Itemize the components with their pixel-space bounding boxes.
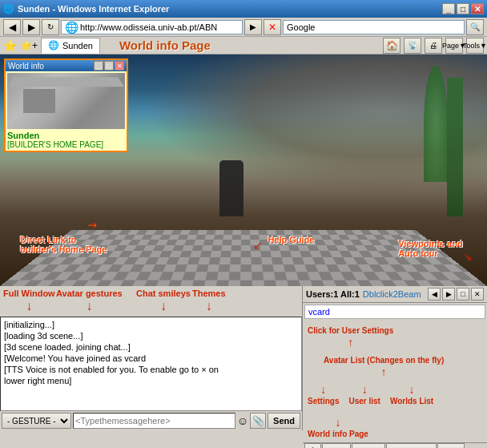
chat-line-1: [initializing...] bbox=[4, 319, 298, 330]
refresh-button[interactable]: ↻ bbox=[42, 19, 59, 35]
rooms-tab[interactable]: Rooms bbox=[352, 443, 385, 448]
users-tab[interactable]: Users bbox=[322, 443, 351, 448]
page-icon: 🌐 bbox=[65, 21, 78, 34]
world-info-page-annotation-right: ↓ World info Page bbox=[308, 416, 368, 439]
world-viewport[interactable]: World info _ □ ✕ Sunden [BUILDER'S HOME … bbox=[0, 54, 487, 286]
chat-line-2: [loading 3d scene...] bbox=[4, 330, 298, 341]
user-list-annotation: ↓ User list bbox=[348, 383, 380, 406]
vcard-link[interactable]: vcard bbox=[304, 305, 485, 319]
tab-label: Sunden bbox=[62, 41, 93, 50]
chat-panel: Full Window ↓ Avatar gestures ↓ Chat smi… bbox=[0, 286, 303, 430]
title-bar: 🌐 Sunden - Windows Internet Explorer _ □… bbox=[0, 0, 487, 18]
right-panel: Users:1 All:1 Dblclick2Beam ◀ ▶ □ ✕ vcar… bbox=[303, 286, 487, 430]
favorites-icon[interactable]: ⭐ bbox=[3, 39, 17, 52]
prev-user-button[interactable]: ◀ bbox=[428, 288, 441, 301]
world-info-page-annotation: World info Page bbox=[119, 38, 211, 52]
avatar-list-annotation: Avatar List (Changes on the fly) ↑ bbox=[324, 355, 444, 378]
smiley-icon[interactable]: ☺ bbox=[237, 414, 248, 427]
world-info-title: World info bbox=[8, 62, 44, 71]
user-options-button[interactable]: □ bbox=[457, 288, 469, 301]
gesture-select[interactable]: - GESTURE - bbox=[2, 413, 71, 429]
world-info-restore[interactable]: □ bbox=[104, 61, 114, 71]
search-bar[interactable]: Google bbox=[283, 20, 465, 34]
go-button[interactable]: ▶ bbox=[244, 19, 262, 35]
world-name: Sunden bbox=[7, 131, 125, 140]
username-link[interactable]: Dblclick2Beam bbox=[363, 289, 421, 299]
chat-line-4: [Welcome! You have joined as vcard bbox=[4, 353, 298, 364]
world-thumbnail bbox=[7, 73, 125, 129]
world-builder[interactable]: [BUILDER'S HOME PAGE] bbox=[7, 140, 125, 149]
world-info-titlebar: World info _ □ ✕ bbox=[6, 60, 127, 71]
chat-line-6: lower right menu] bbox=[4, 375, 298, 386]
nav-bottom-bar: ⚙ Users Rooms VRMLWorld Login | bbox=[303, 442, 487, 448]
tools-button[interactable]: Tools▼ bbox=[466, 38, 484, 54]
chat-input[interactable] bbox=[73, 413, 235, 429]
right-content: Click for User Settings ↑ Avatar List (C… bbox=[303, 321, 487, 442]
send-button[interactable]: Send bbox=[268, 413, 300, 429]
stop-button[interactable]: ✕ bbox=[264, 19, 281, 35]
world-info-minimize[interactable]: _ bbox=[94, 61, 103, 71]
login-tab[interactable]: Login bbox=[437, 443, 465, 448]
chat-log: [initializing...] [loading 3d scene...] … bbox=[0, 317, 302, 411]
search-button[interactable]: 🔍 bbox=[466, 19, 484, 35]
settings-tab[interactable]: ⚙ bbox=[304, 443, 321, 448]
address-bar[interactable]: 🌐 http://www.odisseia.univ-ab.pt/ABN bbox=[61, 20, 243, 34]
forward-button[interactable]: ▶ bbox=[22, 19, 40, 35]
chat-line-3: [3d scene loaded. joining chat...] bbox=[4, 341, 298, 353]
emoji-button[interactable]: 📎 bbox=[250, 413, 266, 429]
users-count: Users:1 All:1 bbox=[306, 289, 360, 299]
close-button[interactable]: ✕ bbox=[471, 3, 484, 14]
maximize-button[interactable]: □ bbox=[457, 3, 469, 14]
browser-icon: 🌐 bbox=[3, 4, 14, 14]
chat-smileys-annotation: Chat smileys ↓ bbox=[136, 288, 191, 313]
users-bar: Users:1 All:1 Dblclick2Beam ◀ ▶ □ ✕ bbox=[303, 286, 487, 303]
feeds-button[interactable]: 📡 bbox=[404, 38, 421, 54]
world-info-close[interactable]: ✕ bbox=[115, 61, 124, 71]
avatar-gestures-annotation: Avatar gestures ↓ bbox=[56, 288, 123, 313]
vrmlworld-tab[interactable]: VRMLWorld bbox=[386, 443, 437, 448]
tab-icon: 🌐 bbox=[48, 40, 59, 50]
window-title: Sunden - Windows Internet Explorer bbox=[18, 4, 169, 14]
address-text: http://www.odisseia.univ-ab.pt/ABN bbox=[80, 22, 217, 32]
favorites-toolbar: ⭐ ⭐+ 🌐 Sunden World info Page 🏠 📡 🖨 Page… bbox=[0, 37, 487, 54]
bottom-area: Full Window ↓ Avatar gestures ↓ Chat smi… bbox=[0, 286, 487, 430]
back-button[interactable]: ◀ bbox=[3, 19, 21, 35]
world-info-panel: World info _ □ ✕ Sunden [BUILDER'S HOME … bbox=[4, 59, 128, 152]
chat-line-5: [TTS Voice is not enabled for you. To en… bbox=[4, 364, 298, 375]
chat-input-row: - GESTURE - ☺ 📎 Send bbox=[0, 411, 302, 430]
sunden-tab[interactable]: 🌐 Sunden bbox=[41, 38, 100, 54]
add-favorites-icon[interactable]: ⭐+ bbox=[20, 40, 38, 51]
print-button[interactable]: 🖨 bbox=[425, 38, 442, 54]
search-text: Google bbox=[287, 22, 315, 32]
click-settings-annotation: Click for User Settings ↑ bbox=[308, 325, 393, 349]
themes-annotation: Themes ↓ bbox=[192, 288, 226, 313]
settings-annotation: ↓ Settings bbox=[308, 383, 339, 406]
page-button[interactable]: Page▼ bbox=[445, 38, 463, 54]
full-window-annotation: Full Window ↓ bbox=[3, 288, 55, 313]
worlds-list-annotation: ↓ Worlds List bbox=[390, 383, 433, 406]
next-user-button[interactable]: ▶ bbox=[442, 288, 455, 301]
minimize-button[interactable]: _ bbox=[442, 3, 455, 14]
home-button[interactable]: 🏠 bbox=[383, 38, 400, 54]
close-user-button[interactable]: ✕ bbox=[471, 288, 484, 301]
navigation-toolbar: ◀ ▶ ↻ 🌐 http://www.odisseia.univ-ab.pt/A… bbox=[0, 18, 487, 37]
main-content: World info _ □ ✕ Sunden [BUILDER'S HOME … bbox=[0, 54, 487, 430]
